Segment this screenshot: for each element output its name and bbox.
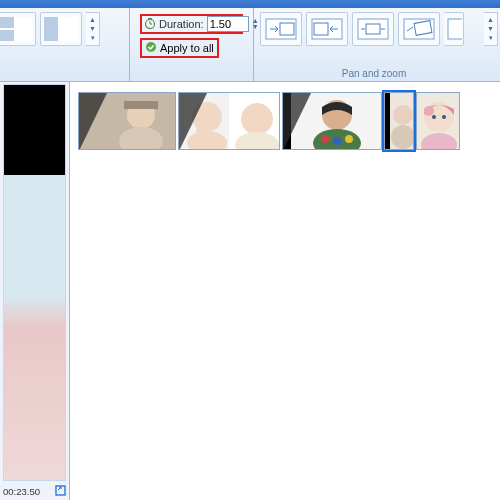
clip-thumb-4 xyxy=(385,93,413,150)
clip-row xyxy=(78,92,492,150)
clip-1[interactable] xyxy=(78,92,176,150)
transitions-group: ▲▼▾ xyxy=(0,8,130,81)
panzoom-gallery-more[interactable]: ▲▼▾ xyxy=(484,12,498,46)
svg-rect-6 xyxy=(44,17,58,41)
svg-rect-25 xyxy=(124,101,158,109)
check-icon xyxy=(145,41,157,55)
panzoom-group-label: Pan and zoom xyxy=(254,68,494,79)
time-display: 00:23.50 xyxy=(3,486,40,497)
clip-thumb-1 xyxy=(79,93,175,150)
svg-point-31 xyxy=(241,103,273,135)
ribbon: ▲▼▾ Duration: ▲ ▼ xyxy=(0,8,500,82)
svg-point-42 xyxy=(393,105,413,125)
panzoom-preset-1[interactable] xyxy=(260,12,302,46)
duration-label: Duration: xyxy=(159,18,204,30)
svg-point-37 xyxy=(321,135,329,143)
transition-preset-1[interactable] xyxy=(0,12,36,46)
transition-wipe-icon xyxy=(44,17,78,41)
apply-all-label: Apply to all xyxy=(160,42,214,54)
duration-row: Duration: ▲ ▼ xyxy=(140,14,243,34)
svg-point-38 xyxy=(333,137,341,145)
preview-player[interactable] xyxy=(3,84,66,481)
transition-preset-2[interactable] xyxy=(40,12,82,46)
pan-right-in-icon xyxy=(264,17,298,41)
pan-left-in-icon xyxy=(310,17,344,41)
preview-panel: 00:23.50 xyxy=(0,82,70,500)
panzoom-preset-3[interactable] xyxy=(352,12,394,46)
clip-2[interactable] xyxy=(178,92,280,150)
apply-to-all-button[interactable]: Apply to all xyxy=(140,38,219,58)
apply-all-row: Apply to all xyxy=(140,38,243,58)
pan-partial-icon xyxy=(446,17,462,41)
storyboard[interactable] xyxy=(70,82,500,500)
content-area: 00:23.50 xyxy=(0,82,500,500)
svg-point-46 xyxy=(424,106,434,116)
fullscreen-icon[interactable] xyxy=(55,485,66,498)
svg-rect-18 xyxy=(404,19,434,39)
preview-controls: 00:23.50 xyxy=(0,483,69,500)
svg-point-48 xyxy=(432,115,436,119)
clip-5[interactable] xyxy=(416,92,460,150)
clip-thumb-5 xyxy=(417,93,459,150)
svg-rect-20 xyxy=(448,19,462,39)
panzoom-group: ▲▼▾ Pan and zoom xyxy=(254,8,500,81)
svg-rect-34 xyxy=(283,93,291,150)
preview-letterbox xyxy=(4,85,65,175)
svg-point-27 xyxy=(192,102,222,132)
clip-3[interactable] xyxy=(282,92,382,150)
panzoom-preset-2[interactable] xyxy=(306,12,348,46)
panzoom-preset-4[interactable] xyxy=(398,12,440,46)
clip-4[interactable] xyxy=(384,92,414,150)
svg-point-39 xyxy=(345,135,353,143)
svg-rect-10 xyxy=(148,18,152,20)
zoom-center-icon xyxy=(356,17,390,41)
svg-point-49 xyxy=(442,115,446,119)
clip-thumb-3 xyxy=(283,93,381,150)
transition-split-icon xyxy=(0,17,32,41)
panzoom-preset-5[interactable] xyxy=(444,12,464,46)
svg-rect-41 xyxy=(385,93,390,150)
transitions-gallery-more[interactable]: ▲▼▾ xyxy=(86,12,100,46)
duration-input[interactable] xyxy=(207,16,249,32)
svg-point-11 xyxy=(146,42,156,52)
timer-icon xyxy=(144,17,156,31)
window-title-bar xyxy=(0,0,500,8)
clip-thumb-2 xyxy=(179,93,279,150)
preview-frame xyxy=(4,175,65,480)
pan-rotate-icon xyxy=(402,17,436,41)
svg-point-29 xyxy=(196,126,206,136)
duration-group: Duration: ▲ ▼ Apply to all xyxy=(130,8,254,81)
